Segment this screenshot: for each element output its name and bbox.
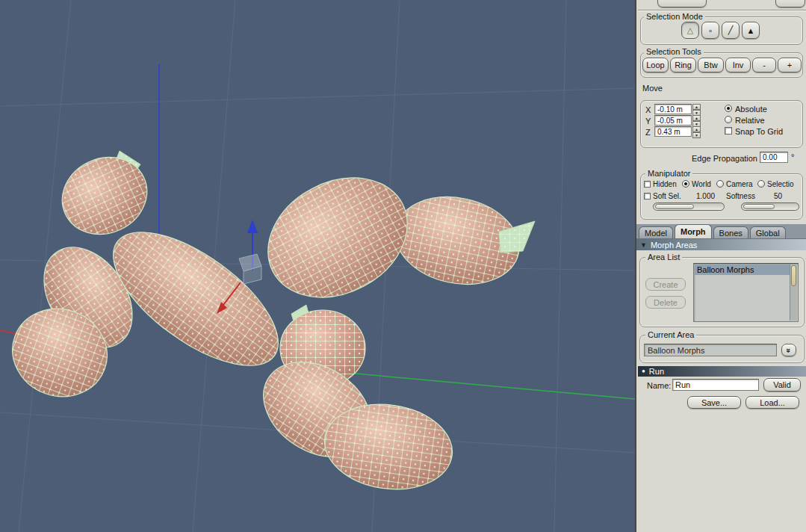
tab-bones[interactable]: Bones: [713, 226, 748, 238]
world-label: World: [692, 180, 711, 189]
select-patch-icon: ▫: [709, 26, 712, 35]
spin-up-icon[interactable]: ▲: [692, 104, 701, 110]
load-button[interactable]: Load...: [745, 396, 799, 409]
btw-button[interactable]: Btw: [698, 58, 724, 72]
absolute-radio[interactable]: [725, 105, 732, 112]
soft-sel-label: Soft Sel.: [653, 192, 681, 201]
snap-to-grid-label: Snap To Grid: [735, 127, 783, 136]
morph-areas-header[interactable]: ▼ Morph Areas: [636, 239, 806, 250]
separator: [638, 10, 806, 11]
ring-button[interactable]: Ring: [670, 58, 696, 72]
degree-unit: °: [791, 152, 794, 161]
selection-mode-button-3[interactable]: ╱: [722, 22, 740, 39]
move-title: Move: [642, 84, 663, 93]
toolbar-button-partial-1[interactable]: [657, 0, 707, 7]
spin-up-icon[interactable]: ▲: [692, 115, 701, 121]
panel-tab-bar: Model Morph Bones Global: [636, 224, 806, 239]
name-input[interactable]: [672, 379, 759, 391]
selection-radio[interactable]: [757, 180, 765, 188]
area-listbox[interactable]: Balloon Morphs: [693, 263, 799, 322]
y-spinner[interactable]: ▲▼: [692, 115, 701, 126]
viewport-3d[interactable]: [0, 0, 635, 532]
current-area-combo[interactable]: Balloon Morphs: [644, 344, 777, 356]
softness-slider[interactable]: [741, 202, 799, 211]
soft-sel-slider-thumb[interactable]: [655, 204, 694, 209]
edge-propagation-label: Edge Propagation: [680, 154, 757, 163]
combo-dropdown-button[interactable]: »: [781, 344, 796, 356]
name-label: Name:: [647, 381, 671, 390]
camera-label: Camera: [726, 180, 753, 189]
selection-tools-title: Selection Tools: [644, 47, 704, 56]
area-list-title: Area List: [645, 253, 682, 262]
soft-sel-value[interactable]: 1.000: [696, 192, 715, 201]
current-area-title: Current Area: [645, 330, 696, 339]
camera-radio[interactable]: [716, 180, 724, 188]
viewport-canvas: [0, 0, 635, 532]
spin-up-icon[interactable]: ▲: [692, 126, 701, 132]
hidden-label: Hidden: [653, 180, 677, 189]
world-radio[interactable]: [682, 180, 689, 188]
x-spinner[interactable]: ▲▼: [692, 104, 701, 114]
delete-button[interactable]: Delete: [645, 296, 686, 309]
spin-down-icon[interactable]: ▼: [692, 132, 701, 138]
list-scrollbar[interactable]: [790, 265, 797, 321]
softness-label: Softness: [726, 192, 755, 201]
valid-button[interactable]: Valid: [763, 378, 801, 392]
softness-slider-thumb[interactable]: [743, 204, 775, 209]
bullet-icon: ●: [642, 368, 645, 374]
soft-sel-slider[interactable]: [653, 202, 725, 211]
selection-mode-button-4[interactable]: ▲: [742, 22, 760, 39]
select-group-icon: ▲: [747, 26, 755, 35]
tab-global[interactable]: Global: [750, 226, 786, 238]
list-item-selected[interactable]: Balloon Morphs: [695, 265, 790, 275]
morph-areas-title: Morph Areas: [651, 241, 697, 250]
selection-mode-title: Selection Mode: [644, 12, 705, 21]
collapse-triangle-icon: ▼: [640, 241, 647, 249]
absolute-label: Absolute: [735, 105, 767, 114]
select-points-icon: △: [687, 25, 693, 35]
selection-mode-button-1[interactable]: △: [681, 22, 699, 39]
selection-label: Selectio: [767, 180, 803, 189]
right-panel: Selection Mode △ ▫ ╱ ▲ Selection Tools L…: [635, 0, 806, 532]
z-axis-label: Z: [645, 128, 651, 137]
minus-button[interactable]: -: [752, 58, 776, 72]
soft-sel-checkbox[interactable]: [644, 193, 651, 200]
tab-morph[interactable]: Morph: [675, 224, 712, 238]
x-axis-label: X: [645, 105, 651, 114]
double-chevron-down-icon: »: [784, 347, 793, 352]
tab-model[interactable]: Model: [639, 226, 673, 238]
softness-value[interactable]: 50: [774, 192, 782, 201]
loop-button[interactable]: Loop: [642, 58, 669, 72]
y-value-input[interactable]: [654, 115, 692, 126]
run-item-bar[interactable]: ● Run: [638, 366, 806, 377]
toolbar-button-partial-2[interactable]: [775, 0, 805, 7]
z-spinner[interactable]: ▲▼: [692, 126, 701, 137]
create-button[interactable]: Create: [645, 278, 686, 291]
edge-propagation-input[interactable]: [760, 152, 788, 163]
y-axis-label: Y: [645, 117, 651, 126]
app-window: { "selection_mode": { "title": "Selectio…: [0, 0, 806, 532]
select-spline-icon: ╱: [728, 25, 734, 35]
selection-mode-button-2[interactable]: ▫: [701, 22, 719, 39]
save-button[interactable]: Save...: [687, 396, 741, 409]
snap-to-grid-checkbox[interactable]: [725, 127, 732, 134]
run-item-label: Run: [649, 367, 664, 376]
inv-button[interactable]: Inv: [725, 58, 751, 72]
relative-label: Relative: [735, 116, 765, 125]
z-value-input[interactable]: [654, 126, 692, 137]
relative-radio[interactable]: [725, 116, 732, 123]
manipulator-title: Manipulator: [645, 169, 692, 178]
hidden-checkbox[interactable]: [644, 181, 651, 188]
list-scrollbar-thumb[interactable]: [791, 265, 796, 286]
x-value-input[interactable]: [654, 104, 692, 114]
plus-button[interactable]: +: [778, 58, 802, 72]
